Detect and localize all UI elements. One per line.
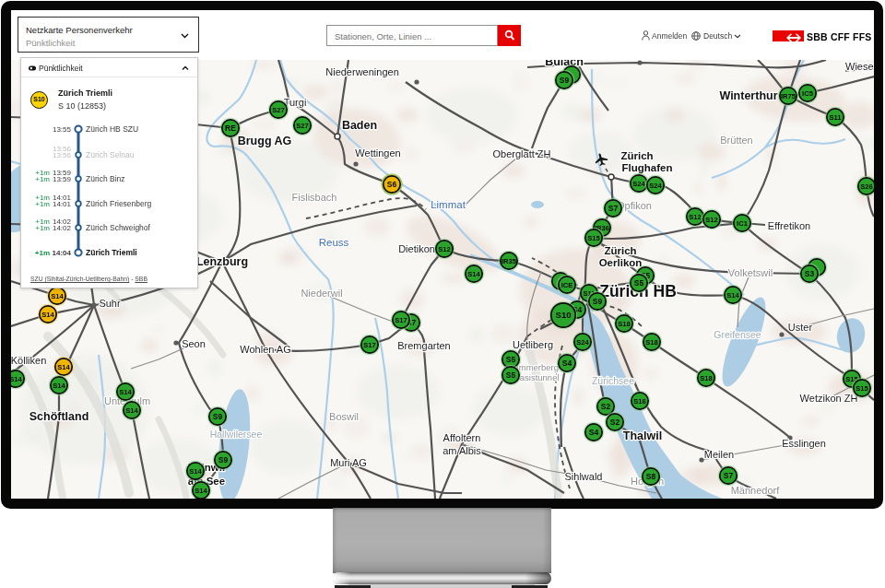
svg-text:S12: S12 [705, 216, 718, 224]
svg-text:S18: S18 [618, 320, 631, 328]
svg-text:S5: S5 [506, 370, 516, 380]
svg-text:S9: S9 [218, 455, 229, 465]
svg-text:ICE: ICE [561, 281, 573, 289]
svg-text:Männedorf: Männedorf [731, 485, 781, 496]
svg-text:Muri AG: Muri AG [330, 457, 367, 468]
svg-text:13:55: 13:55 [53, 125, 72, 134]
svg-text:+1m: +1m [35, 249, 50, 257]
svg-text:S7: S7 [724, 471, 734, 480]
svg-text:S3: S3 [805, 269, 815, 278]
svg-text:+1m: +1m [35, 200, 50, 208]
svg-text:Sihlwald: Sihlwald [565, 471, 603, 482]
svg-text:S10: S10 [556, 310, 572, 320]
svg-text:Baden: Baden [342, 119, 377, 132]
svg-text:S4: S4 [589, 428, 599, 437]
svg-text:RE: RE [225, 123, 236, 133]
svg-text:Zürich Schweighof: Zürich Schweighof [86, 223, 151, 232]
svg-text:Zürich Friesenberg: Zürich Friesenberg [86, 199, 152, 208]
svg-text:Wetzikon ZH: Wetzikon ZH [800, 393, 858, 404]
svg-text:S24: S24 [649, 182, 662, 190]
svg-text:S15: S15 [856, 384, 868, 393]
svg-text:Schöftland: Schöftland [30, 410, 89, 423]
svg-text:Bremgarten: Bremgarten [397, 340, 450, 351]
svg-text:Brütten: Brütten [720, 135, 752, 146]
svg-text:Reuss: Reuss [319, 237, 349, 248]
svg-text:S12: S12 [438, 245, 451, 253]
svg-text:+1m: +1m [35, 224, 50, 232]
svg-text:Limmat: Limmat [431, 199, 466, 210]
svg-text:S18: S18 [700, 374, 713, 382]
svg-text:Niederwil: Niederwil [301, 288, 342, 299]
svg-text:IC1: IC1 [737, 219, 749, 228]
svg-text:Thalwil: Thalwil [623, 429, 662, 442]
svg-text:Kölliken: Kölliken [11, 355, 46, 366]
svg-text:14:04: 14:04 [53, 249, 72, 257]
svg-text:S14: S14 [467, 270, 480, 278]
svg-text:S16: S16 [633, 397, 646, 406]
svg-text:S2: S2 [610, 417, 620, 427]
svg-text:S9: S9 [213, 412, 223, 421]
svg-text:S4: S4 [562, 359, 572, 368]
svg-text:S24: S24 [576, 338, 589, 347]
svg-text:Esslingen: Esslingen [782, 438, 826, 449]
svg-text:Seon: Seon [182, 338, 206, 349]
svg-text:IR35: IR35 [502, 257, 517, 265]
svg-text:Greifensee: Greifensee [714, 329, 761, 340]
svg-text:S5: S5 [506, 355, 516, 364]
svg-text:S6: S6 [387, 180, 397, 189]
svg-text:S14: S14 [119, 388, 132, 396]
svg-text:S11: S11 [829, 113, 842, 122]
svg-text:Niederweningen: Niederweningen [325, 66, 399, 77]
svg-text:Zürich Binz: Zürich Binz [86, 174, 125, 183]
svg-text:Oberglatt ZH: Oberglatt ZH [493, 148, 551, 159]
svg-text:S27: S27 [296, 122, 309, 130]
svg-text:+1m: +1m [35, 175, 50, 183]
svg-text:Zürichsee: Zürichsee [592, 375, 634, 386]
svg-text:Wiesendangen: Wiesendangen [845, 61, 874, 72]
svg-text:S17: S17 [395, 316, 407, 324]
svg-text:Wohlen AG: Wohlen AG [240, 344, 290, 355]
svg-text:Zürich: Zürich [604, 245, 636, 256]
svg-text:S27: S27 [272, 106, 285, 114]
svg-text:Brugg AG: Brugg AG [238, 135, 292, 147]
svg-text:Fislisbach: Fislisbach [292, 192, 337, 203]
svg-text:S26: S26 [860, 182, 873, 191]
svg-text:Zürich: Zürich [620, 150, 653, 161]
svg-text:am Albis: am Albis [442, 445, 481, 456]
svg-text:Meilen: Meilen [704, 449, 734, 460]
svg-text:Volketswil: Volketswil [728, 267, 773, 278]
svg-text:Oerlikon: Oerlikon [599, 257, 643, 268]
svg-text:13:59: 13:59 [53, 175, 72, 183]
svg-text:Affoltern: Affoltern [443, 432, 481, 443]
svg-text:S24: S24 [632, 180, 645, 188]
svg-text:Effretikon: Effretikon [768, 220, 810, 231]
svg-text:Zürich HB SZU: Zürich HB SZU [86, 124, 138, 134]
svg-text:S14: S14 [195, 487, 207, 495]
svg-text:Flughafen: Flughafen [622, 162, 673, 173]
svg-text:Zürich Triemli: Zürich Triemli [86, 248, 137, 257]
svg-text:S5: S5 [634, 278, 644, 288]
svg-text:S15: S15 [587, 234, 600, 242]
svg-text:S14: S14 [57, 363, 70, 371]
svg-text:S8: S8 [646, 472, 656, 481]
svg-text:Suhr: Suhr [99, 298, 121, 309]
svg-text:Uetliberg: Uetliberg [513, 339, 553, 350]
svg-text:Hallwilersee: Hallwilersee [210, 429, 263, 440]
svg-text:S17: S17 [363, 341, 376, 349]
svg-text:S18: S18 [645, 338, 658, 347]
svg-text:Winterthur: Winterthur [719, 89, 777, 102]
svg-text:S9: S9 [560, 76, 570, 85]
svg-text:S14: S14 [51, 292, 64, 300]
svg-text:S14: S14 [125, 406, 138, 415]
svg-text:14:01: 14:01 [53, 200, 72, 208]
svg-text:S14: S14 [189, 467, 202, 476]
svg-text:Uster: Uster [788, 322, 813, 333]
svg-text:S14: S14 [53, 382, 65, 390]
svg-text:Zürich Selnau: Zürich Selnau [86, 150, 135, 159]
svg-text:S14: S14 [11, 375, 23, 383]
svg-text:Wettingen: Wettingen [355, 147, 400, 159]
svg-text:IR75: IR75 [781, 92, 796, 100]
svg-text:13:56: 13:56 [53, 151, 72, 159]
svg-text:S9: S9 [593, 297, 603, 306]
svg-text:S14: S14 [726, 291, 739, 300]
